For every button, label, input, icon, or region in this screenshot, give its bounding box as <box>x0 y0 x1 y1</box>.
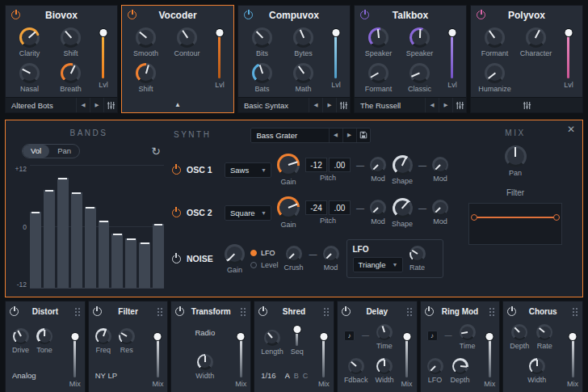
smooth-knob[interactable] <box>136 27 156 48</box>
module-compuvox[interactable]: Compuvox Bits Bytes Bats Math Lvl Basic … <box>237 5 351 113</box>
module-mixer-icon[interactable] <box>452 98 466 112</box>
distort-mode-dropdown[interactable]: Analog <box>12 371 36 380</box>
clarity-knob[interactable] <box>19 27 40 48</box>
humanize-knob[interactable] <box>485 63 505 83</box>
power-icon[interactable] <box>128 11 136 19</box>
mix-slider[interactable] <box>322 335 325 377</box>
vol-toggle[interactable]: Vol <box>23 145 49 158</box>
time-knob[interactable] <box>460 324 476 340</box>
bats-knob[interactable] <box>252 63 272 83</box>
power-icon[interactable] <box>10 307 19 316</box>
band-bar[interactable] <box>44 190 55 288</box>
pattern-b-button[interactable]: B <box>294 372 299 380</box>
mix-slider[interactable] <box>405 335 408 377</box>
prev-preset-icon[interactable]: ◀ <box>329 129 342 142</box>
shift-knob[interactable] <box>61 27 81 48</box>
shift-knob[interactable] <box>136 63 156 83</box>
preset-name[interactable]: Basic Syntax <box>238 101 309 110</box>
noise-power-icon[interactable] <box>172 255 181 263</box>
power-icon[interactable] <box>342 307 351 316</box>
fdback-knob[interactable] <box>348 358 364 374</box>
osc1-shape-mod-knob[interactable] <box>432 157 448 173</box>
mix-slider[interactable] <box>489 335 491 377</box>
osc1-pitch-fine[interactable]: .00 <box>329 158 351 172</box>
power-icon[interactable] <box>11 11 20 19</box>
width-knob[interactable] <box>197 354 213 370</box>
power-icon[interactable] <box>93 307 102 316</box>
width-knob[interactable] <box>529 358 545 374</box>
band-bar[interactable] <box>30 212 41 288</box>
level-slider[interactable] <box>451 32 453 78</box>
prev-preset-icon[interactable]: ◀ <box>309 98 322 112</box>
band-bar[interactable] <box>85 207 96 288</box>
mix-slider[interactable] <box>74 335 76 377</box>
drag-handle-icon[interactable] <box>323 307 330 317</box>
prev-preset-icon[interactable]: ◀ <box>76 98 90 112</box>
preset-name[interactable]: The Russell <box>355 101 425 110</box>
power-icon[interactable] <box>477 11 485 19</box>
band-bar[interactable] <box>99 221 110 288</box>
crush-mod-knob[interactable] <box>323 246 339 262</box>
speaker-knob[interactable] <box>368 27 388 48</box>
osc1-gain-knob[interactable] <box>277 154 300 176</box>
transform-mode-dropdown[interactable]: Radio <box>195 328 215 337</box>
mix-slider[interactable] <box>240 335 242 377</box>
band-bar[interactable] <box>57 178 69 288</box>
drag-handle-icon[interactable] <box>406 307 413 317</box>
formant-knob[interactable] <box>368 63 388 83</box>
band-bar[interactable] <box>125 238 136 288</box>
note-sync-icon[interactable]: ♪ <box>344 331 355 341</box>
pan-toggle[interactable]: Pan <box>49 145 79 158</box>
osc2-shape-mod-knob[interactable] <box>432 200 448 216</box>
fx-delay[interactable]: Delay ♪ — Time Fdback Width Mix <box>337 301 418 392</box>
shred-rate-dropdown[interactable]: 1/16 <box>261 371 276 380</box>
osc1-power-icon[interactable] <box>172 166 181 175</box>
synth-preset-name[interactable]: Bass Grater <box>251 129 329 142</box>
osc2-gain-knob[interactable] <box>277 196 300 219</box>
level-slider[interactable] <box>102 32 104 78</box>
noise-gain-knob[interactable] <box>225 244 245 264</box>
drag-handle-icon[interactable] <box>489 307 495 317</box>
osc1-wave-dropdown[interactable]: Saws▼ <box>225 162 271 178</box>
bands-bars[interactable] <box>30 165 164 289</box>
bytes-knob[interactable] <box>293 27 313 48</box>
power-icon[interactable] <box>258 307 267 316</box>
osc1-shape-knob[interactable] <box>393 155 413 175</box>
math-knob[interactable] <box>293 63 313 83</box>
osc1-pitch-coarse[interactable]: -12 <box>305 158 327 172</box>
filter-node[interactable] <box>553 214 560 221</box>
fx-chorus[interactable]: Chorus Depth Rate Width Mix <box>502 301 583 392</box>
speaker-knob[interactable] <box>410 27 430 48</box>
mix-slider[interactable] <box>572 335 574 377</box>
power-icon[interactable] <box>507 307 516 316</box>
close-icon[interactable]: ✕ <box>567 124 575 134</box>
module-mixer-icon[interactable] <box>336 98 350 112</box>
module-talkbox[interactable]: Talkbox Speaker Speaker Formant Classic … <box>354 5 467 113</box>
filter-node[interactable] <box>471 214 477 221</box>
level-slider[interactable] <box>334 32 337 78</box>
band-bar[interactable] <box>71 192 82 288</box>
filter-mode-dropdown[interactable]: NY LP <box>95 371 117 380</box>
lfo-rate-knob[interactable] <box>410 246 426 262</box>
depth-knob[interactable] <box>452 358 468 374</box>
module-vocoder[interactable]: Vocoder Smooth Contour Shift Lvl ▲ <box>121 5 234 113</box>
level-radio[interactable]: Level <box>250 261 279 269</box>
fx-filter[interactable]: Filter Freq Res NY LP Mix <box>88 301 169 392</box>
width-knob[interactable] <box>376 358 393 374</box>
osc2-pitch-coarse[interactable]: -24 <box>305 200 327 215</box>
lfo-radio[interactable]: LFO <box>250 249 279 257</box>
pan-knob[interactable] <box>505 145 527 167</box>
module-mixer-icon[interactable] <box>103 98 117 112</box>
osc1-pitch-mod-knob[interactable] <box>370 157 386 173</box>
band-bar[interactable] <box>139 242 150 288</box>
note-sync-icon[interactable]: ♪ <box>427 331 438 341</box>
osc2-wave-dropdown[interactable]: Square▼ <box>225 205 271 221</box>
fx-transform[interactable]: Transform Radio Width Mix <box>170 301 251 392</box>
module-polyvox[interactable]: Polyvox Formant Character Humanize Lvl <box>470 5 583 113</box>
drive-knob[interactable] <box>13 328 29 344</box>
crush-knob[interactable] <box>286 246 302 262</box>
fx-ring-mod[interactable]: Ring Mod ♪ — Time LFO Depth Mix <box>420 301 501 392</box>
preset-name[interactable]: Altered Bots <box>6 101 76 110</box>
power-icon[interactable] <box>175 307 184 316</box>
module-mixer-icon[interactable] <box>520 98 534 112</box>
